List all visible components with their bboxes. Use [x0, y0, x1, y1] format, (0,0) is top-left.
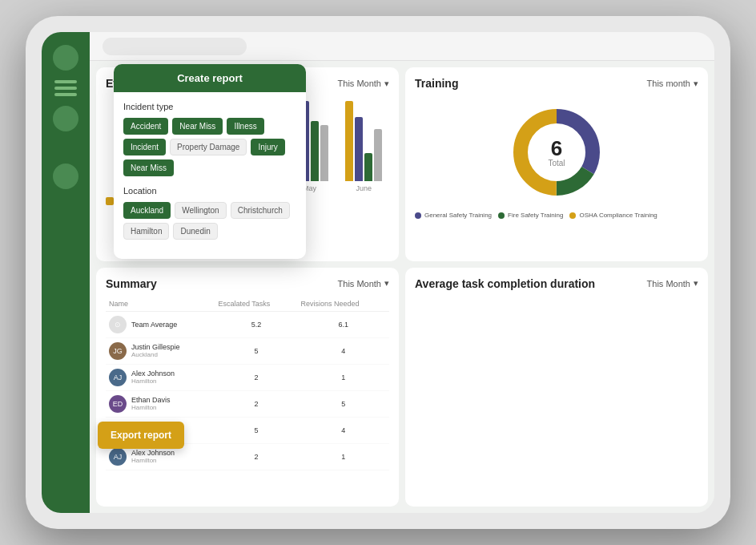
tag-incident[interactable]: Incident — [123, 139, 166, 155]
table-card: Summary This Month ▾ Name Escalated Task… — [96, 268, 399, 507]
top-bar-search[interactable] — [103, 38, 247, 55]
table-row: ED Ethan Davis Hamilton 2 5 — [106, 390, 389, 417]
sidebar-icon2[interactable] — [53, 164, 78, 189]
row3-name: ED Ethan Davis Hamilton — [106, 390, 215, 417]
training-legend-osha: OSHA Compliance Training — [569, 212, 657, 219]
table-header-row: Name Escalated Tasks Revisions Needed — [106, 297, 389, 312]
sidebar — [42, 32, 90, 513]
row2-revisions: 1 — [297, 364, 389, 390]
table-head: Name Escalated Tasks Revisions Needed — [106, 297, 389, 312]
general-legend-dot — [415, 212, 421, 219]
tag-near-miss2[interactable]: Near Miss — [123, 159, 174, 176]
person-location-3: Hamilton — [131, 404, 171, 411]
june-bars — [345, 93, 382, 181]
tag-christchurch[interactable]: Christchurch — [231, 202, 290, 219]
location-tags: Auckland Wellington Christchurch Hamilto… — [123, 202, 296, 240]
jun-open-bar — [364, 153, 372, 181]
tag-accident[interactable]: Accident — [123, 118, 168, 135]
month-june: June — [338, 93, 389, 192]
table-filter[interactable]: This Month ▾ — [338, 278, 389, 289]
export-report-button[interactable]: Export report — [98, 422, 184, 449]
training-legend-general: General Safety Training — [415, 212, 492, 219]
osha-legend-dot — [569, 212, 576, 219]
person-location-5: Hamilton — [131, 457, 175, 464]
sidebar-menu-icon[interactable] — [54, 87, 77, 90]
donut-center: 6 Total — [548, 138, 565, 168]
donut-number: 6 — [548, 138, 565, 159]
table-row: JG Justin Gillespie Auckland 5 4 — [106, 337, 389, 364]
events-filter[interactable]: This Month ▾ — [338, 79, 389, 89]
row3-escalated: 2 — [215, 390, 297, 417]
fire-legend-dot — [498, 212, 505, 219]
avg-title: Average task completion duration — [415, 277, 595, 290]
incident-type-label: Incident type — [123, 102, 296, 111]
row5-escalated: 2 — [215, 443, 297, 470]
row2-escalated: 2 — [215, 364, 297, 390]
person-name-2: Alex Johnson — [131, 369, 175, 377]
create-report-body: Incident type Accident Near Miss Illness… — [114, 92, 306, 259]
person-location-1: Auckland — [131, 351, 180, 358]
may-near-bar — [320, 125, 328, 181]
person-name-3: Ethan Davis — [131, 396, 171, 404]
chevron-down-icon: ▾ — [384, 79, 389, 89]
row4-revisions: 4 — [297, 417, 389, 443]
training-legend-fire: Fire Safety Training — [498, 212, 563, 219]
jun-injury-bar — [345, 101, 353, 181]
chevron-down-icon: ▾ — [694, 278, 698, 289]
may-open-bar — [311, 121, 319, 181]
fire-legend-label: Fire Safety Training — [508, 212, 563, 219]
table-title: Summary — [106, 277, 157, 290]
avatar-2: AJ — [109, 369, 127, 386]
training-legend: General Safety Training Fire Safety Trai… — [415, 212, 698, 219]
tag-near-miss[interactable]: Near Miss — [172, 118, 223, 135]
create-report-panel: Create report Incident type Accident Nea… — [114, 64, 306, 259]
row2-name: AJ Alex Johnson Hamilton — [106, 364, 215, 390]
main-content: Events overtime This Month ▾ — [90, 32, 714, 513]
training-card-header: Training This month ▾ — [415, 77, 698, 90]
col-escalated: Escalated Tasks — [215, 297, 297, 312]
tag-auckland[interactable]: Auckland — [123, 202, 171, 219]
person-info-3: Ethan Davis Hamilton — [131, 396, 171, 411]
tag-injury[interactable]: Injury — [251, 139, 284, 155]
row1-revisions: 4 — [297, 337, 389, 364]
tag-dunedin[interactable]: Dunedin — [173, 223, 217, 240]
person-cell-1: JG Justin Gillespie Auckland — [109, 342, 211, 360]
tablet-screen: Events overtime This Month ▾ — [42, 32, 714, 513]
row1-name: JG Justin Gillespie Auckland — [106, 337, 215, 364]
avatar-5: AJ — [109, 448, 127, 466]
table-row: AJ Alex Johnson Hamilton 2 1 — [106, 364, 389, 390]
create-report-title: Create report — [177, 72, 243, 84]
jun-label: June — [356, 184, 372, 192]
chevron-down-icon: ▾ — [384, 278, 389, 289]
person-name-1: Justin Gillespie — [131, 343, 180, 351]
tag-illness[interactable]: Illness — [227, 118, 263, 135]
person-name-0: Team Average — [131, 321, 177, 329]
create-report-header: Create report — [114, 64, 306, 92]
avg-filter[interactable]: This Month ▾ — [647, 278, 698, 289]
tablet-frame: Events overtime This Month ▾ — [26, 16, 730, 529]
osha-legend-label: OSHA Compliance Training — [579, 212, 657, 219]
donut-label: Total — [548, 159, 565, 168]
table-row: ⊙ Team Average 5.2 6.1 — [106, 311, 389, 337]
injury-legend-dot — [106, 197, 114, 205]
general-legend-label: General Safety Training — [424, 212, 492, 219]
top-bar — [90, 32, 714, 61]
row1-escalated: 5 — [215, 337, 297, 364]
table-card-header: Summary This Month ▾ — [106, 277, 389, 290]
avg-task-card: Average task completion duration This Mo… — [405, 268, 708, 507]
donut-chart: 6 Total — [415, 96, 698, 208]
training-filter[interactable]: This month ▾ — [647, 79, 698, 89]
person-location-2: Hamilton — [131, 377, 175, 385]
row0-escalated: 5.2 — [215, 311, 297, 337]
tag-property-damage[interactable]: Property Damage — [170, 139, 247, 155]
location-label: Location — [123, 186, 296, 196]
tag-wellington[interactable]: Wellington — [175, 202, 227, 219]
person-info-1: Justin Gillespie Auckland — [131, 343, 180, 358]
tag-hamilton[interactable]: Hamilton — [123, 223, 169, 240]
sidebar-user-icon[interactable] — [53, 106, 78, 131]
person-cell-5: AJ Alex Johnson Hamilton — [109, 448, 211, 466]
training-title: Training — [415, 77, 458, 90]
jun-illness-bar — [355, 117, 363, 181]
col-revisions: Revisions Needed — [297, 297, 389, 312]
row0-name: ⊙ Team Average — [106, 311, 215, 337]
